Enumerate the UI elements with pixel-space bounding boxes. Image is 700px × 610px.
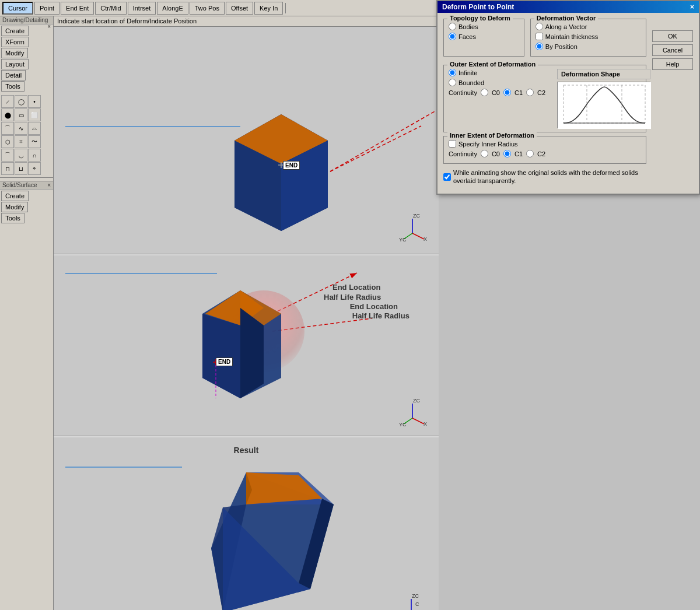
bounded-radio-row: Bounded bbox=[449, 79, 545, 86]
maintain-thickness-checkbox[interactable] bbox=[536, 33, 543, 40]
infinite-label: Infinite bbox=[459, 69, 477, 76]
help-button[interactable]: Help bbox=[652, 58, 693, 70]
icon-2[interactable]: ◯ bbox=[15, 95, 27, 108]
topology-group: Topology to Deform Bodies Faces bbox=[443, 19, 524, 57]
outer-extent-radios: Infinite Bounded Continuity C0 C1 C2 bbox=[449, 69, 545, 99]
icon-15[interactable]: ∩ bbox=[28, 149, 41, 162]
panel-tabs-2: Create Modify Tools bbox=[0, 190, 53, 225]
axes-3: ZC XC YC C C bbox=[395, 593, 427, 610]
icon-5[interactable]: ▭ bbox=[15, 108, 27, 121]
dialog-content: OK Cancel Help Topology to Deform Bodies… bbox=[438, 13, 699, 194]
infinite-radio[interactable] bbox=[449, 69, 456, 76]
half-life-label: Half Life Radius bbox=[352, 311, 410, 320]
axes-2: ZC XC YC bbox=[398, 398, 427, 427]
bodies-radio[interactable] bbox=[449, 23, 456, 30]
outer-c2-radio[interactable] bbox=[526, 89, 534, 96]
tab-layout[interactable]: Layout bbox=[1, 59, 29, 69]
panel-close-1[interactable]: × bbox=[47, 23, 51, 30]
outer-c1-radio[interactable] bbox=[503, 89, 511, 96]
animate-checkbox[interactable] bbox=[443, 173, 451, 181]
infinite-radio-row: Infinite bbox=[449, 69, 545, 76]
icon-3[interactable]: • bbox=[28, 95, 41, 108]
outer-c0-radio[interactable] bbox=[481, 89, 488, 96]
icon-17[interactable]: ⊔ bbox=[15, 162, 27, 175]
cursor-button[interactable]: Cursor bbox=[2, 2, 33, 15]
top-groups: Topology to Deform Bodies Faces Deformat… bbox=[443, 19, 646, 61]
solid-tab-tools[interactable]: Tools bbox=[1, 213, 24, 223]
bounded-radio[interactable] bbox=[449, 79, 456, 86]
tab-xform[interactable]: XForm bbox=[1, 37, 29, 47]
tab-create[interactable]: Create bbox=[1, 26, 29, 36]
left-panel-solid: Solid/Surface × Create Modify Tools bbox=[0, 181, 54, 225]
dialog-close-icon[interactable]: × bbox=[690, 3, 694, 11]
icon-6[interactable]: ⬜ bbox=[28, 108, 41, 121]
solid-tab-create[interactable]: Create bbox=[1, 191, 29, 201]
icon-8[interactable]: ∿ bbox=[15, 122, 27, 135]
cancel-dialog-button[interactable]: Cancel bbox=[652, 44, 693, 56]
faces-radio[interactable] bbox=[449, 33, 456, 40]
result-label: Result bbox=[234, 446, 259, 455]
outer-continuity-label: Continuity bbox=[449, 89, 477, 96]
outer-c2-label: C2 bbox=[537, 89, 545, 96]
along-vector-radio[interactable] bbox=[536, 23, 543, 30]
tab-tools[interactable]: Tools bbox=[1, 81, 24, 92]
along-vector-radio-row: Along a Vector bbox=[536, 23, 641, 30]
offset-button[interactable]: Offset bbox=[226, 2, 253, 15]
intrset-button[interactable]: Intrset bbox=[128, 2, 156, 15]
outer-extent-title: Outer Extent of Deformation bbox=[447, 61, 538, 68]
end-location-label: End Location bbox=[350, 302, 398, 311]
icon-12[interactable]: 〜 bbox=[28, 135, 41, 148]
svg-line-12 bbox=[412, 233, 424, 239]
icon-7[interactable]: ⌒ bbox=[1, 122, 14, 135]
icon-11[interactable]: ⌗ bbox=[15, 135, 27, 148]
horizontal-line-2 bbox=[65, 273, 217, 274]
end-ent-button[interactable]: End Ent bbox=[61, 2, 94, 15]
svg-rect-48 bbox=[558, 82, 651, 129]
svg-text:ZC: ZC bbox=[412, 593, 419, 599]
icon-10[interactable]: ⬡ bbox=[1, 135, 14, 148]
viewport-3: Result ZC XC YC bbox=[54, 437, 439, 610]
svg-text:YC: YC bbox=[399, 237, 407, 242]
hex-prism-1: END bbox=[229, 114, 357, 256]
specify-inner-radius-label: Specify Inner Radius bbox=[459, 141, 518, 148]
key-in-button[interactable]: Key In bbox=[254, 2, 283, 15]
two-pos-button[interactable]: Two Pos bbox=[190, 2, 225, 15]
ctr-mid-button[interactable]: Ctr/Mid bbox=[95, 2, 126, 15]
tab-detail[interactable]: Detail bbox=[1, 70, 26, 80]
inner-c1-radio[interactable] bbox=[503, 150, 511, 157]
by-position-radio-row: By Position bbox=[536, 43, 641, 50]
outer-extent-group: Outer Extent of Deformation Infinite Bou… bbox=[443, 65, 646, 132]
inner-continuity-row: Continuity C0 C1 C2 bbox=[449, 150, 641, 157]
by-position-radio[interactable] bbox=[536, 43, 543, 50]
inner-c2-radio[interactable] bbox=[526, 150, 534, 157]
inner-c0-radio[interactable] bbox=[481, 150, 488, 157]
end-location-text: End Location bbox=[332, 283, 380, 292]
viewport-2: END End Location Half Life Radius ZC XC … bbox=[54, 255, 439, 436]
ok-button[interactable]: OK bbox=[652, 30, 693, 42]
icon-1[interactable]: ⟋ bbox=[1, 95, 14, 108]
panel-icons-1: ⟋ ◯ • ⬤ ▭ ⬜ ⌒ ∿ ⌓ ⬡ ⌗ 〜 ⌒ ◡ ∩ ⊓ ⊔ ⌖ bbox=[0, 93, 53, 177]
icon-16[interactable]: ⊓ bbox=[1, 162, 14, 175]
point-button[interactable]: Point bbox=[34, 2, 60, 15]
along-e-button[interactable]: AlongE bbox=[157, 2, 188, 15]
panel-close-2[interactable]: × bbox=[47, 182, 51, 188]
deform-dialog: Deform Point to Point × OK Cancel Help T… bbox=[436, 0, 700, 195]
inner-continuity-label: Continuity bbox=[449, 150, 477, 157]
icon-13[interactable]: ⌒ bbox=[1, 149, 14, 162]
animate-label: While animating show the original solids… bbox=[453, 169, 646, 185]
bodies-radio-row: Bodies bbox=[449, 23, 519, 30]
deformation-vector-group: Deformation Vector Along a Vector Mainta… bbox=[530, 19, 646, 57]
status-text: Indicate start location of Deform/Indica… bbox=[57, 17, 197, 24]
solid-tab-modify[interactable]: Modify bbox=[1, 202, 28, 212]
end-label-2: END bbox=[216, 357, 233, 366]
dialog-title-bar: Deform Point to Point × bbox=[438, 1, 699, 13]
icon-14[interactable]: ◡ bbox=[15, 149, 27, 162]
left-panel-drawing: Drawing/Detailing × Create XForm Modify … bbox=[0, 16, 54, 610]
inner-c2-label: C2 bbox=[537, 150, 545, 157]
icon-18[interactable]: ⌖ bbox=[28, 162, 41, 175]
specify-inner-radius-checkbox[interactable] bbox=[449, 140, 456, 148]
tab-modify[interactable]: Modify bbox=[1, 48, 28, 58]
icon-9[interactable]: ⌓ bbox=[28, 122, 41, 135]
icon-4[interactable]: ⬤ bbox=[1, 108, 14, 121]
viewport-1: END ZC XC YC bbox=[54, 27, 439, 254]
